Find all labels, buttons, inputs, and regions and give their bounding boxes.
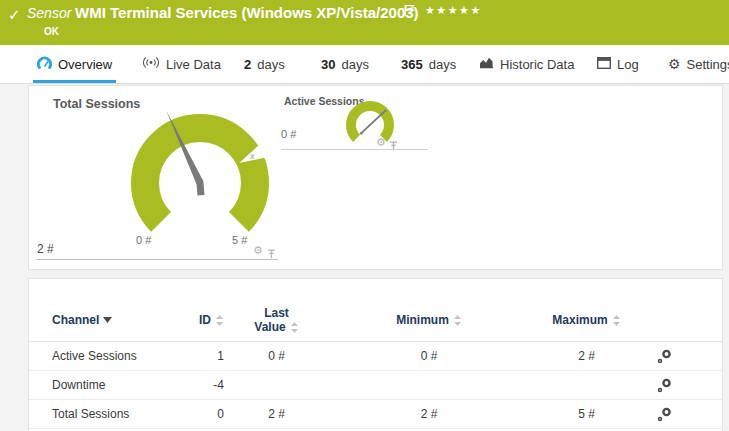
gauge-limit-marker: x	[250, 151, 255, 161]
column-header-minimum[interactable]: Minimum	[329, 313, 529, 327]
tab-live-data[interactable]: Live Data	[142, 45, 221, 83]
tab-365-days-number: 365	[401, 57, 423, 72]
sort-both-icon	[215, 315, 224, 326]
cell-channel: Active Sessions	[52, 349, 177, 363]
tab-historic-data-label: Historic Data	[500, 57, 574, 72]
column-header-id-label: ID	[199, 313, 211, 327]
channel-settings-icon[interactable]	[644, 348, 684, 365]
sort-both-icon	[612, 315, 621, 326]
channel-settings-icon[interactable]	[644, 377, 684, 394]
active-gauge-pin-icon[interactable]	[389, 137, 398, 155]
total-gauge-current-value: 2 #	[37, 242, 54, 256]
sort-both-icon	[290, 322, 299, 333]
tab-2-days[interactable]: 2 days	[244, 45, 285, 83]
tab-live-data-label: Live Data	[166, 57, 221, 72]
flag-icon[interactable]	[404, 3, 415, 21]
active-gauge-settings-icon[interactable]: ⚙	[376, 137, 386, 148]
column-header-last-value[interactable]: Last Value	[224, 306, 329, 334]
column-header-channel[interactable]: Channel	[52, 313, 177, 327]
cell-channel: Downtime	[52, 378, 177, 392]
cell-channel: Total Sessions	[52, 407, 177, 421]
cell-last-value: 2 #	[224, 407, 329, 421]
object-kind-label: Sensor	[27, 5, 71, 21]
historic-chart-icon	[479, 56, 494, 72]
channel-settings-icon[interactable]	[644, 406, 684, 423]
live-signal-icon	[142, 56, 160, 72]
column-header-id[interactable]: ID	[177, 313, 224, 327]
total-gauge-max-label: 5 #	[232, 234, 247, 246]
tab-30-days-number: 30	[321, 57, 335, 72]
table-body: Active Sessions 1 0 # 0 # 2 # Downtime -…	[29, 342, 722, 429]
gauges-panel: Total Sessions x 0 # 5 # 2 # ⚙ Active Se…	[28, 85, 723, 270]
column-header-value-label: Value	[254, 320, 285, 334]
table-row-total-sessions[interactable]: Total Sessions 0 2 # 2 # 5 #	[29, 400, 722, 429]
tab-2-days-word: days	[257, 57, 284, 72]
tab-settings-label: Settings	[687, 57, 729, 72]
total-gauge-min-label: 0 #	[136, 234, 151, 246]
tab-365-days[interactable]: 365 days	[401, 45, 456, 83]
status-ok-check-icon: ✓	[8, 6, 21, 24]
tab-2-days-number: 2	[244, 57, 251, 72]
column-header-minimum-label: Minimum	[396, 313, 449, 327]
sensor-status-text: OK	[44, 26, 59, 37]
settings-gear-icon: ⚙	[668, 57, 681, 71]
table-row-active-sessions[interactable]: Active Sessions 1 0 # 0 # 2 #	[29, 342, 722, 371]
cell-maximum: 5 #	[529, 407, 644, 421]
tab-log-label: Log	[617, 57, 639, 72]
cell-id: -4	[177, 378, 224, 392]
sort-both-icon	[453, 315, 462, 326]
tab-30-days-word: days	[341, 57, 368, 72]
total-gauge-settings-icon[interactable]: ⚙	[253, 245, 263, 256]
cell-minimum: 2 #	[329, 407, 529, 421]
cell-id: 1	[177, 349, 224, 363]
tab-365-days-word: days	[429, 57, 456, 72]
tab-overview-label: Overview	[58, 57, 112, 72]
column-header-channel-label: Channel	[52, 313, 99, 327]
sensor-header: ✓ Sensor WMI Terminal Services (Windows …	[0, 0, 729, 45]
channels-table-panel: Channel ID Last Value Minim	[28, 278, 723, 431]
table-header-row: Channel ID Last Value Minim	[29, 299, 722, 341]
column-header-maximum[interactable]: Maximum	[529, 313, 644, 327]
column-header-last-label: Last	[264, 306, 289, 320]
column-header-maximum-label: Maximum	[552, 313, 607, 327]
cell-last-value: 0 #	[224, 349, 329, 363]
gauge-tab-icon	[37, 56, 52, 72]
log-window-icon	[597, 57, 611, 72]
active-gauge-current-value: 0 #	[281, 128, 296, 140]
sensor-title: WMI Terminal Services (Windows XP/Vista/…	[75, 4, 419, 21]
table-row-downtime[interactable]: Downtime -4	[29, 371, 722, 400]
tab-historic-data[interactable]: Historic Data	[479, 45, 574, 83]
tab-overview[interactable]: Overview	[37, 45, 112, 83]
tab-log[interactable]: Log	[597, 45, 639, 83]
active-gauge-divider	[281, 149, 428, 150]
tab-bar: Overview Live Data 2 days 30 days 365 da…	[0, 45, 729, 84]
sort-desc-icon	[103, 317, 112, 323]
tab-settings[interactable]: ⚙ Settings	[668, 45, 729, 83]
total-gauge-pin-icon[interactable]	[267, 245, 276, 263]
cell-maximum: 2 #	[529, 349, 644, 363]
tab-30-days[interactable]: 30 days	[321, 45, 369, 83]
cell-id: 0	[177, 407, 224, 421]
cell-minimum: 0 #	[329, 349, 529, 363]
priority-stars[interactable]: ★★★★★	[425, 4, 482, 17]
total-gauge-divider	[36, 259, 278, 260]
